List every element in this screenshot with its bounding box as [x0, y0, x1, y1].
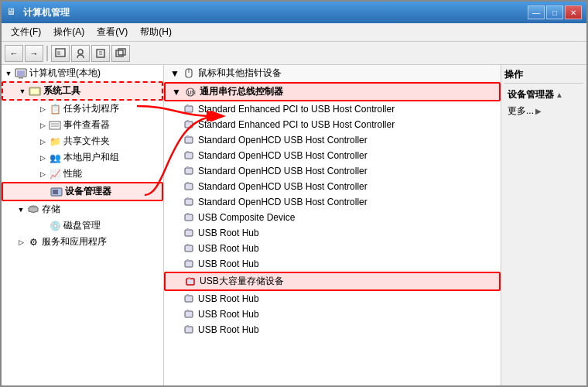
storage-label: 存储: [42, 203, 60, 216]
expand-perf[interactable]: ▷: [37, 169, 48, 180]
svg-rect-47: [185, 296, 193, 302]
toolbar-btn4[interactable]: [111, 45, 130, 62]
usb-device-icon-1: [183, 118, 195, 131]
toolbar-btn1[interactable]: [51, 45, 70, 62]
back-button[interactable]: ←: [5, 45, 23, 62]
menu-file[interactable]: 文件(F): [5, 24, 47, 40]
svg-rect-36: [186, 197, 189, 200]
right-panel: 操作 设备管理器 ▲ 更多... ▶: [501, 65, 586, 385]
center-item-7[interactable]: USB Composite Device: [164, 210, 501, 225]
menu-view[interactable]: 查看(V): [91, 24, 134, 40]
center-item-4[interactable]: Standard OpenHCD USB Host Controller: [164, 163, 501, 179]
tree-system-tools[interactable]: ▼ 系统工具: [2, 81, 163, 101]
more-arrow-right: ▶: [535, 107, 542, 115]
tree-local-users[interactable]: ▷ 👥 本地用户和组: [2, 149, 163, 166]
center-item-1[interactable]: Standard Enhanced PCI to USB Host Contro…: [164, 117, 501, 132]
expand-task[interactable]: ▷: [37, 104, 48, 115]
svg-rect-30: [186, 151, 189, 153]
storage-icon: [27, 204, 39, 216]
disk-icon: 💿: [49, 220, 61, 232]
center-item-11[interactable]: USB大容量存储设备: [164, 272, 501, 291]
task-icon: 📋: [49, 103, 61, 115]
toolbar-btn2[interactable]: [71, 45, 90, 62]
center-item-14[interactable]: USB Root Hub: [164, 322, 501, 337]
tree-task-scheduler[interactable]: ▷ 📋 任务计划程序: [2, 101, 163, 117]
svg-rect-6: [116, 50, 123, 57]
tree-performance[interactable]: ▷ 📈 性能: [2, 166, 163, 182]
center-item-5[interactable]: Standard OpenHCD USB Host Controller: [164, 179, 501, 194]
left-panel: ▼ 计算机管理(本地) ▼ 系统工具 ▷ 📋 任务计划程序: [2, 65, 164, 385]
svg-rect-10: [19, 77, 23, 79]
right-panel-more[interactable]: 更多... ▶: [504, 103, 583, 119]
tree-root[interactable]: ▼ 计算机管理(本地): [2, 65, 163, 81]
center-header-usb[interactable]: ▼ USB 通用串行总线控制器: [164, 82, 501, 101]
svg-point-2: [78, 50, 83, 54]
usb-device-icon-3: [183, 149, 195, 162]
computer-icon: [15, 67, 27, 80]
center-item-label-12: USB Root Hub: [198, 293, 259, 304]
svg-rect-34: [186, 182, 189, 184]
system-tools-label: 系统工具: [43, 84, 80, 98]
close-button[interactable]: ✕: [565, 5, 582, 19]
users-icon: 👥: [49, 152, 61, 164]
usb-device-icon-7: [183, 211, 195, 224]
right-panel-device-manager[interactable]: 设备管理器 ▲: [504, 87, 583, 103]
svg-rect-27: [185, 137, 193, 143]
expand-storage[interactable]: ▼: [15, 204, 26, 215]
menu-action[interactable]: 操作(A): [47, 24, 91, 40]
expand-device[interactable]: [39, 187, 50, 197]
svg-rect-24: [186, 104, 189, 107]
toolbar-btn3[interactable]: [91, 45, 110, 62]
center-item-8[interactable]: USB Root Hub: [164, 225, 501, 241]
tree-storage[interactable]: ▼ 存储: [2, 201, 163, 217]
right-panel-section-label: 设备管理器: [508, 88, 554, 101]
center-item-6[interactable]: Standard OpenHCD USB Host Controller: [164, 194, 501, 210]
tree-device-manager[interactable]: 设备管理器: [2, 182, 163, 201]
folder-icon: 📁: [49, 135, 61, 148]
toolbar: ← →: [2, 42, 586, 65]
center-item-13[interactable]: USB Root Hub: [164, 307, 501, 322]
center-item-0[interactable]: Standard Enhanced PCI to USB Host Contro…: [164, 101, 501, 117]
svg-rect-7: [118, 49, 125, 55]
expand-disk[interactable]: [37, 221, 48, 231]
center-item-12[interactable]: USB Root Hub: [164, 291, 501, 307]
center-header-mouse[interactable]: ▼ 鼠标和其他指针设备: [164, 65, 501, 82]
expand-system-tools[interactable]: ▼: [17, 86, 28, 97]
expand-shared[interactable]: ▷: [37, 136, 48, 147]
system-tools-icon: [29, 85, 41, 98]
center-item-2[interactable]: Standard OpenHCD USB Host Controller: [164, 132, 501, 148]
center-item-label-0: Standard Enhanced PCI to USB Host Contro…: [198, 104, 395, 115]
svg-rect-23: [185, 106, 193, 112]
expand-root[interactable]: ▼: [3, 68, 14, 79]
usb-device-icon-2: [183, 134, 195, 146]
tree-disk-mgmt[interactable]: 💿 磁盘管理: [2, 217, 163, 234]
svg-rect-17: [53, 190, 58, 194]
usb-device-icon-0: [183, 103, 195, 115]
expand-users[interactable]: ▷: [37, 152, 48, 163]
center-item-label-10: USB Root Hub: [198, 259, 259, 269]
tree-services[interactable]: ▷ ⚙ 服务和应用程序: [2, 234, 163, 250]
expand-event[interactable]: ▷: [37, 120, 48, 131]
tree-shared-folders[interactable]: ▷ 📁 共享文件夹: [2, 133, 163, 149]
svg-rect-45: [186, 279, 194, 285]
maximize-button[interactable]: □: [546, 5, 563, 19]
mouse-category-icon: [183, 67, 195, 80]
usb-device-icon-12: [183, 293, 195, 305]
users-label: 本地用户和组: [63, 151, 119, 164]
minimize-button[interactable]: —: [528, 5, 545, 19]
window-title: 计算机管理: [23, 6, 70, 19]
center-item-10[interactable]: USB Root Hub: [164, 256, 501, 272]
center-item-3[interactable]: Standard OpenHCD USB Host Controller: [164, 148, 501, 163]
svg-rect-39: [185, 230, 193, 236]
mouse-header-label: 鼠标和其他指针设备: [198, 67, 282, 80]
usb-device-icon-13: [183, 308, 195, 320]
forward-button[interactable]: →: [25, 45, 43, 62]
svg-rect-37: [185, 214, 193, 221]
tree-event-viewer[interactable]: ▷ 事件查看器: [2, 117, 163, 133]
menu-help[interactable]: 帮助(H): [134, 24, 178, 40]
expand-services[interactable]: ▷: [15, 237, 26, 248]
center-item-9[interactable]: USB Root Hub: [164, 241, 501, 256]
svg-rect-41: [185, 245, 193, 252]
svg-rect-29: [185, 152, 193, 159]
center-item-label-4: Standard OpenHCD USB Host Controller: [198, 166, 368, 176]
